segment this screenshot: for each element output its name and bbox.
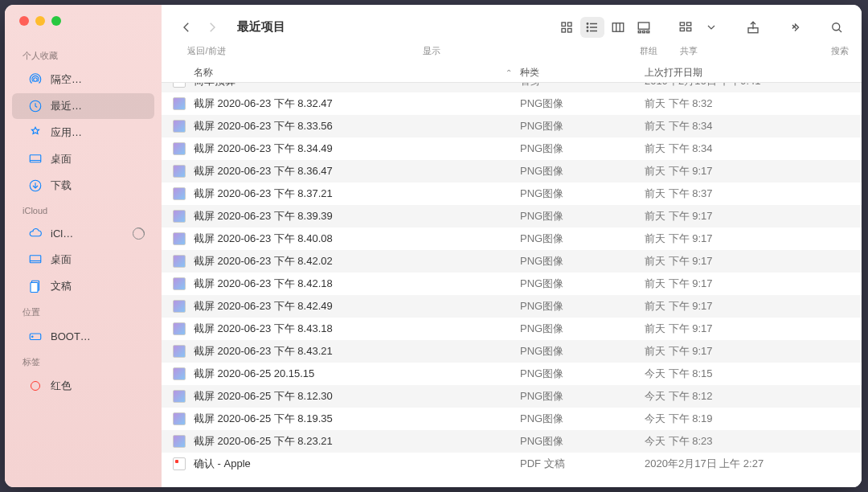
file-row[interactable]: 截屏 2020-06-25 20.15.15PNG图像今天 下午 8:15 xyxy=(162,363,862,385)
file-date: 前天 下午 8:34 xyxy=(645,119,862,133)
file-date: 前天 下午 9:17 xyxy=(645,344,862,359)
close-button[interactable] xyxy=(19,16,29,26)
file-thumb-png-icon xyxy=(173,97,186,110)
sidebar-item-icloud-2[interactable]: 文稿 xyxy=(12,273,154,299)
file-thumb-pdf-icon xyxy=(173,457,186,470)
file-row[interactable]: 截屏 2020-06-23 下午 8.32.47PNG图像前天 下午 8:32 xyxy=(162,92,862,115)
sidebar-item-favorites-2[interactable]: 应用… xyxy=(12,120,154,146)
file-row[interactable]: 确认 - ApplePDF 文稿2020年2月17日 上午 2:27 xyxy=(162,453,862,475)
file-name: 截屏 2020-06-25 下午 8.19.35 xyxy=(194,412,520,426)
more-button[interactable] xyxy=(783,17,807,38)
file-kind: PNG图像 xyxy=(520,322,645,336)
search-button[interactable] xyxy=(825,17,849,38)
sidebar-item-favorites-3[interactable]: 桌面 xyxy=(12,146,154,172)
file-thumb-png-icon xyxy=(173,142,186,155)
svg-rect-15 xyxy=(568,28,572,32)
file-row[interactable]: 截屏 2020-06-23 下午 8.40.08PNG图像前天 下午 9:17 xyxy=(162,228,862,250)
file-row[interactable]: 截屏 2020-06-25 下午 8.19.35PNG图像今天 下午 8:19 xyxy=(162,408,862,430)
share-button[interactable] xyxy=(741,17,765,38)
file-date: 今天 下午 8:19 xyxy=(645,412,862,426)
icon-view-button[interactable] xyxy=(555,17,579,38)
file-row[interactable]: 截屏 2020-06-23 下午 8.36.47PNG图像前天 下午 9:17 xyxy=(162,160,862,182)
file-row[interactable]: 截屏 2020-06-25 下午 8.12.30PNG图像今天 下午 8:12 xyxy=(162,385,862,408)
file-row[interactable]: 截屏 2020-06-23 下午 8.34.49PNG图像前天 下午 8:34 xyxy=(162,137,862,160)
svg-rect-2 xyxy=(30,155,41,162)
file-thumb-alias-icon xyxy=(173,83,186,88)
forward-button[interactable] xyxy=(200,17,224,38)
sidebar-item-tags-0[interactable]: 红色 xyxy=(12,373,154,399)
file-row[interactable]: 截屏 2020-06-23 下午 8.37.21PNG图像前天 下午 8:37 xyxy=(162,182,862,205)
file-row[interactable]: 截屏 2020-06-23 下午 8.33.56PNG图像前天 下午 8:34 xyxy=(162,115,862,137)
sidebar-item-favorites-4[interactable]: 下载 xyxy=(12,173,154,199)
airdrop-icon xyxy=(28,72,43,87)
file-kind: PNG图像 xyxy=(520,299,645,314)
file-kind: PNG图像 xyxy=(520,119,645,133)
sidebar-item-label: iCl… xyxy=(51,228,125,240)
sidebar: 个人收藏 隔空…最近…应用…桌面下载 iCloud iCl…桌面文稿 位置 BO… xyxy=(5,5,162,487)
window-controls xyxy=(5,16,162,43)
zoom-button[interactable] xyxy=(51,16,61,26)
column-view-button[interactable] xyxy=(606,17,630,38)
svg-rect-13 xyxy=(568,23,572,27)
svg-rect-14 xyxy=(562,28,566,32)
file-thumb-png-icon xyxy=(173,120,186,133)
sidebar-item-icloud-1[interactable]: 桌面 xyxy=(12,247,154,273)
file-thumb-png-icon xyxy=(173,277,186,290)
download-icon xyxy=(28,178,43,193)
file-row[interactable]: 截屏 2020-06-23 下午 8.43.18PNG图像前天 下午 9:17 xyxy=(162,318,862,340)
file-row[interactable]: 截屏 2020-06-23 下午 8.42.18PNG图像前天 下午 9:17 xyxy=(162,273,862,295)
icloud-header: iCloud xyxy=(5,206,162,219)
file-date: 今天 下午 8:15 xyxy=(645,367,862,381)
column-date-opened[interactable]: 上次打开日期 xyxy=(645,66,862,80)
column-kind[interactable]: 种类 xyxy=(520,66,645,80)
sidebar-item-label: 桌面 xyxy=(51,252,145,267)
file-kind: PNG图像 xyxy=(520,96,645,111)
file-row[interactable]: 截屏 2020-06-23 下午 8.39.39PNG图像前天 下午 9:17 xyxy=(162,205,862,228)
group-chevron-icon[interactable] xyxy=(699,17,723,38)
file-list[interactable]: 简单预算替身2019年2月16日 下午9:41截屏 2020-06-23 下午 … xyxy=(162,83,862,487)
sidebar-item-icloud-0[interactable]: iCl… xyxy=(12,220,154,246)
file-thumb-png-icon xyxy=(173,300,186,313)
minimize-button[interactable] xyxy=(35,16,45,26)
file-row[interactable]: 截屏 2020-06-23 下午 8.42.02PNG图像前天 下午 9:17 xyxy=(162,250,862,273)
file-kind: PNG图像 xyxy=(520,277,645,291)
file-thumb-png-icon xyxy=(173,255,186,268)
file-thumb-png-icon xyxy=(173,367,186,380)
file-row[interactable]: 截屏 2020-06-23 下午 8.42.49PNG图像前天 下午 9:17 xyxy=(162,295,862,318)
file-date: 今天 下午 8:23 xyxy=(645,434,862,449)
sidebar-item-locations-0[interactable]: BOOT… xyxy=(12,323,154,349)
sidebar-item-favorites-1[interactable]: 最近… xyxy=(12,93,154,119)
file-name: 截屏 2020-06-23 下午 8.42.49 xyxy=(194,299,520,314)
desktop-icon xyxy=(28,152,43,166)
file-date: 前天 下午 9:17 xyxy=(645,209,862,223)
file-thumb-png-icon xyxy=(173,210,186,223)
gallery-view-button[interactable] xyxy=(632,17,656,38)
list-view-button[interactable] xyxy=(580,17,604,38)
file-date: 前天 下午 9:17 xyxy=(645,277,862,291)
file-name: 截屏 2020-06-23 下午 8.43.18 xyxy=(194,322,520,336)
svg-rect-6 xyxy=(30,256,41,263)
column-name[interactable]: 名称⌃ xyxy=(194,66,520,80)
file-kind: PNG图像 xyxy=(520,141,645,156)
file-row[interactable]: 简单预算替身2019年2月16日 下午9:41 xyxy=(162,83,862,92)
file-row[interactable]: 截屏 2020-06-25 下午 8.23.21PNG图像今天 下午 8:23 xyxy=(162,430,862,453)
sidebar-item-favorites-0[interactable]: 隔空… xyxy=(12,67,154,92)
locations-header: 位置 xyxy=(5,306,162,322)
file-name: 截屏 2020-06-23 下午 8.37.21 xyxy=(194,187,520,201)
file-name: 截屏 2020-06-23 下午 8.42.18 xyxy=(194,277,520,291)
window-title: 最近项目 xyxy=(237,19,285,35)
finder-window: 个人收藏 隔空…最近…应用…桌面下载 iCloud iCl…桌面文稿 位置 BO… xyxy=(5,5,862,487)
sidebar-item-label: 应用… xyxy=(51,125,145,140)
file-thumb-png-icon xyxy=(173,165,186,178)
file-name: 截屏 2020-06-25 下午 8.23.21 xyxy=(194,434,520,449)
file-date: 前天 下午 8:37 xyxy=(645,187,862,201)
file-row[interactable]: 截屏 2020-06-23 下午 8.43.21PNG图像前天 下午 9:17 xyxy=(162,340,862,363)
file-thumb-png-icon xyxy=(173,232,186,245)
file-name: 截屏 2020-06-23 下午 8.43.21 xyxy=(194,344,520,359)
sidebar-item-label: 红色 xyxy=(51,379,145,393)
svg-rect-30 xyxy=(687,23,691,26)
svg-rect-25 xyxy=(638,23,649,29)
back-button[interactable] xyxy=(174,17,199,38)
group-button[interactable] xyxy=(674,17,698,38)
file-date: 前天 下午 9:17 xyxy=(645,232,862,246)
